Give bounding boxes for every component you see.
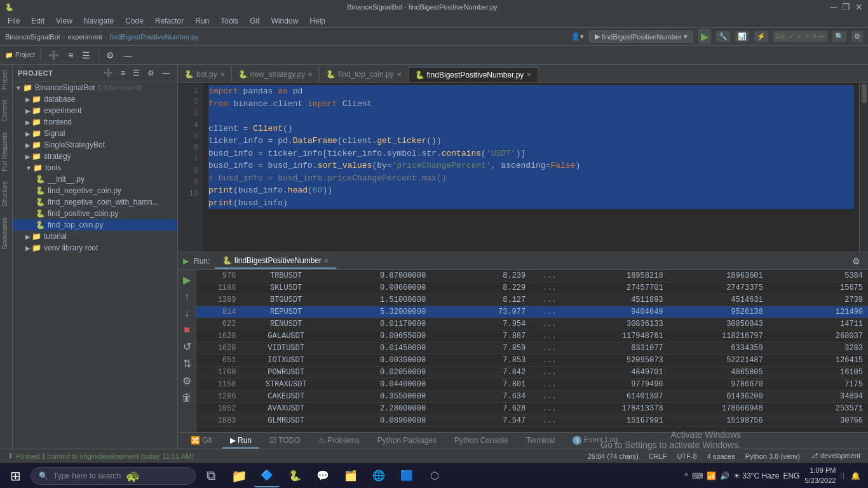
menu-item-window[interactable]: Window <box>266 15 304 27</box>
indent-style[interactable]: 4 spaces <box>705 452 738 460</box>
subtab-python-console[interactable]: Python Console <box>447 433 516 449</box>
tree-item-experiment[interactable]: ▶ 📁 experiment <box>13 105 177 116</box>
filter-btn[interactable]: ☰ <box>79 49 93 62</box>
menu-item-code[interactable]: Code <box>120 15 149 27</box>
table-row[interactable]: 1286 CAKEUSDT 0.35500000 7.634 ... 61401… <box>196 391 868 403</box>
scroll-indicator[interactable] <box>859 83 868 252</box>
sidebar-collapse-icon[interactable]: — <box>159 67 172 79</box>
tree-item-frontend[interactable]: ▶ 📁 frontend <box>13 116 177 128</box>
keyboard-icon[interactable]: ⌨ <box>692 471 703 480</box>
table-row[interactable]: 1883 GLMRUSDT 0.08960000 7.547 ... 15167… <box>196 415 868 427</box>
tree-item-strategy[interactable]: ▶ 📁 strategy <box>13 151 177 162</box>
subtab-git[interactable]: 🔀 Git <box>183 433 220 449</box>
project-panel-btn[interactable]: 📁 Project <box>5 51 35 58</box>
run-scroll-down-btn[interactable]: ↓ <box>183 306 191 320</box>
code-editor[interactable]: 1 2 3 4 5 6 7 8 9 10 import pandas as pd… <box>178 83 868 252</box>
add-config-btn[interactable]: 🔧 <box>716 31 730 42</box>
table-row[interactable]: 1620 VIDTUSDT 0.01450000 7.859 ... 63310… <box>196 342 868 355</box>
tab-findtop[interactable]: 🐍 find_top_coin.py ✕ <box>320 67 408 82</box>
tree-item-find-neg[interactable]: 🐍 find_negetive_coin.py <box>13 185 177 196</box>
list-btn[interactable]: ≡ <box>65 49 76 62</box>
code-content[interactable]: import pandas as pd from binance.client … <box>203 83 859 252</box>
add-btn[interactable]: ➕ <box>46 49 62 62</box>
settings-btn[interactable]: ⚙ <box>851 31 863 42</box>
tree-item-find-top[interactable]: 🐍 find_top_coin.py <box>13 219 177 231</box>
subtab-problems[interactable]: ⚠ Problems <box>311 433 367 449</box>
breadcrumb-experiment[interactable]: experiment <box>68 33 102 41</box>
table-row[interactable]: 814 REPUSDT 5.32000000 73.077 ... 940464… <box>196 306 868 318</box>
table-row[interactable]: 1186 SKLUSDT 0.00660000 8.229 ... 274577… <box>196 282 868 294</box>
run-play-btn[interactable]: ▶ <box>182 273 192 287</box>
subtab-terminal[interactable]: Terminal <box>519 433 562 449</box>
subtab-event-log[interactable]: 1 Event Log <box>565 433 625 449</box>
close-btn[interactable]: ✕ <box>855 2 863 12</box>
nav-profile-icon[interactable]: 👤▾ <box>571 32 584 41</box>
settings-gear-icon[interactable]: ⚙ <box>104 49 117 62</box>
run-button[interactable]: ▶ <box>698 29 711 44</box>
run-output[interactable]: 976 TRBUSDT 0.87000000 8.239 ... 1895821… <box>196 270 868 432</box>
run-config-btn[interactable]: ▶ findBigestPositiveNumber ▾ <box>589 30 693 43</box>
sidebar-settings-icon[interactable]: ⚙ <box>145 67 157 79</box>
tab-findtop-close[interactable]: ✕ <box>397 71 402 78</box>
extra-app-2[interactable]: ⬡ <box>422 464 447 487</box>
collapse-btn[interactable]: — <box>121 49 135 62</box>
window-controls[interactable]: ─ ❐ ✕ <box>831 2 863 12</box>
run-scroll-up-btn[interactable]: ↑ <box>183 290 191 304</box>
breadcrumb-file[interactable]: findBigestPositiveNumber.py <box>110 33 199 41</box>
menu-item-navigate[interactable]: Navigate <box>79 15 119 27</box>
tree-item-singlestrategy[interactable]: ▶ 📁 SingleStrategyBot <box>13 139 177 151</box>
table-row[interactable]: 1760 POWRUSDT 0.02050000 7.842 ... 48497… <box>196 367 868 379</box>
python-version[interactable]: Python 3.8 (venv) <box>743 452 803 460</box>
run-config-tab-close[interactable]: ✕ <box>323 257 329 264</box>
table-row[interactable]: 622 RENUSDT 0.01170000 7.954 ... 3083613… <box>196 318 868 330</box>
sidebar-add-btn[interactable]: ➕ <box>101 67 116 79</box>
side-tab-commit[interactable]: Commit <box>0 95 12 126</box>
pycharm-button[interactable]: 🔷 <box>254 464 280 487</box>
profiler-btn[interactable]: ⚡ <box>754 31 768 42</box>
file-explorer-button[interactable]: 📁 <box>226 464 252 487</box>
coverage-btn[interactable]: 📊 <box>735 31 749 42</box>
tree-item-init[interactable]: 🐍 __init__.py <box>13 173 177 185</box>
side-tab-pull[interactable]: Pull Requests <box>0 127 12 177</box>
run-rerun-btn[interactable]: ↺ <box>182 339 193 354</box>
tree-item-venv[interactable]: ▶ 📁 venv library root <box>13 242 177 254</box>
git-push-status[interactable]: ⬆ Pushed 1 commit to origin/development … <box>5 452 196 460</box>
tab-botpy[interactable]: 🐍 bot.py ✕ <box>178 67 232 82</box>
menu-item-refactor[interactable]: Refactor <box>150 15 189 27</box>
extra-app-1[interactable]: 🟦 <box>394 464 419 487</box>
breadcrumb-root[interactable]: BinanceSignalBot <box>5 33 60 41</box>
bottom-tab-run[interactable]: 🐍 findBigestPositiveNumber ✕ <box>215 254 336 269</box>
table-row[interactable]: 1052 AVAXUSDT 2.28000000 7.628 ... 17841… <box>196 403 868 415</box>
bottom-settings-icon[interactable]: ⚙ <box>850 255 863 268</box>
taskbar-search[interactable]: 🔍 Type here to search 🐢 <box>31 467 196 485</box>
search-btn[interactable]: 🔍 <box>832 31 846 42</box>
table-row[interactable]: 1158 STRAXUSDT 0.04400000 7.801 ... 9779… <box>196 379 868 391</box>
side-tab-project[interactable]: Project <box>0 65 12 95</box>
menu-item-run[interactable]: Run <box>190 15 214 27</box>
python-button[interactable]: 🐍 <box>282 464 308 487</box>
sidebar-list-btn[interactable]: ≡ <box>118 67 128 79</box>
cursor-position[interactable]: 26:84 (74 chars) <box>585 452 641 460</box>
side-tab-structure[interactable]: Structure <box>0 176 12 212</box>
tree-item-signal[interactable]: ▶ 📁 Signal <box>13 128 177 139</box>
show-desktop-btn[interactable]: | <box>841 472 846 479</box>
menu-item-git[interactable]: Git <box>245 15 264 27</box>
subtab-python-packages[interactable]: Python Packages <box>370 433 444 449</box>
files-button[interactable]: 🗂️ <box>338 464 363 487</box>
side-tab-bookmarks[interactable]: Bookmarks <box>0 212 12 254</box>
menu-item-tools[interactable]: Tools <box>215 15 243 27</box>
clock[interactable]: 1:09 PM 5/23/2022 <box>804 466 836 485</box>
run-settings-icon[interactable]: ⚙ <box>181 374 193 388</box>
menu-item-help[interactable]: Help <box>304 15 330 27</box>
run-trash-icon[interactable]: 🗑 <box>180 391 193 405</box>
subtab-todo[interactable]: ☑ TODO <box>262 433 308 449</box>
sidebar-filter-btn[interactable]: ☰ <box>130 67 142 79</box>
table-row[interactable]: 1389 BTGUSDT 1.51000000 8.127 ... 451189… <box>196 294 868 306</box>
maximize-btn[interactable]: ❐ <box>842 2 850 12</box>
tree-item-tools[interactable]: ▼ 📁 tools <box>13 162 177 173</box>
whatsapp-button[interactable]: 💬 <box>310 464 336 487</box>
run-wrap-btn[interactable]: ⇅ <box>182 356 193 371</box>
subtab-run[interactable]: ▶ Run <box>222 433 259 449</box>
tab-newstrategy[interactable]: 🐍 new_strategy.py ✕ <box>232 67 320 82</box>
minimize-btn[interactable]: ─ <box>831 2 837 12</box>
